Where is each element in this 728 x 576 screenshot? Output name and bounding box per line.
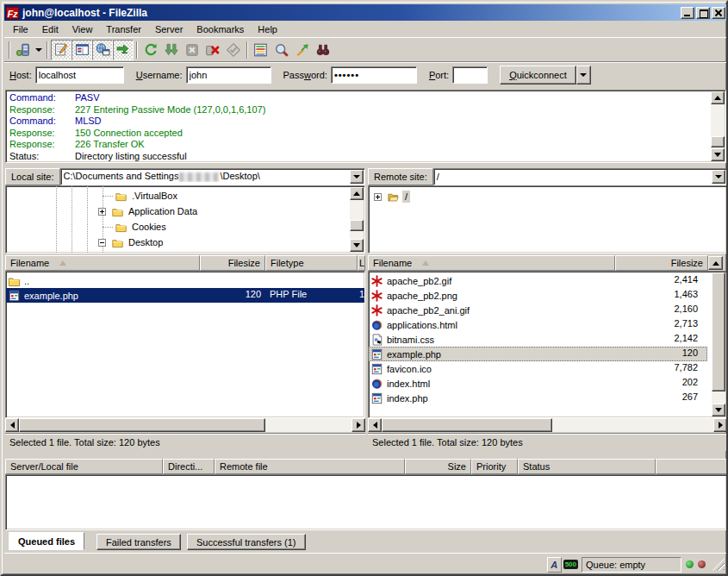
file-row-selected[interactable]: example.php 120 [369,347,707,361]
local-path-dropdown[interactable] [350,170,364,184]
maximize-button[interactable] [696,7,710,19]
menu-bookmarks[interactable]: Bookmarks [190,22,251,36]
file-row[interactable]: index.php 267 [369,391,726,405]
username-input[interactable] [186,66,271,84]
scroll-up-button[interactable] [711,91,725,104]
local-tree-scrollbar[interactable] [350,187,364,252]
reconnect-button[interactable] [223,40,244,60]
tab-queued-files[interactable]: Queued files [9,532,84,550]
message-log[interactable]: Command:PASV Response:227 Entering Passi… [5,90,726,163]
scroll-right-button[interactable] [713,418,727,432]
tab-failed-transfers[interactable]: Failed transfers [96,534,181,550]
tree-item-application-data[interactable]: Application Data [6,203,364,219]
column-header-filesize[interactable]: Filesize [200,255,265,271]
local-directory-tree[interactable]: .VirtualBox Application Data Cookies Des… [5,185,365,254]
expand-plus-icon[interactable] [374,193,382,201]
column-header-filetype[interactable]: Filetype [265,255,358,271]
scroll-left-button[interactable] [368,418,382,432]
menu-file[interactable]: File [6,22,35,36]
column-header-filesize[interactable]: Filesize [615,255,708,271]
local-file-list[interactable]: .. example.php 120 PHP File 1 [5,271,365,418]
host-input[interactable] [35,66,124,84]
site-manager-dropdown[interactable] [34,40,44,60]
expand-plus-icon[interactable] [98,208,106,216]
scrollbar-thumb[interactable] [350,220,364,231]
menu-help[interactable]: Help [251,22,284,36]
disconnect-button[interactable] [202,40,223,60]
scroll-up-button[interactable] [708,256,723,270]
menu-view[interactable]: View [65,22,100,36]
menu-edit[interactable]: Edit [35,22,65,36]
file-row[interactable]: applications.html 2,713 [369,317,726,332]
quickconnect-dropdown[interactable] [576,66,591,85]
column-header-filename[interactable]: Filename [368,255,615,271]
toggle-local-tree-button[interactable] [72,40,92,60]
remote-directory-tree[interactable]: / [368,185,727,254]
column-header-filename[interactable]: Filename [5,255,200,271]
menu-server[interactable]: Server [148,22,190,36]
process-queue-button[interactable] [161,40,182,60]
tab-successful-transfers[interactable]: Successful transfers (1) [187,534,306,550]
local-hscrollbar[interactable] [5,418,365,432]
refresh-button[interactable] [140,40,161,60]
scrollbar-thumb[interactable] [711,136,725,147]
remote-path-combobox[interactable]: / [433,168,727,185]
toggle-log-button[interactable] [51,40,72,60]
scrollbar-thumb[interactable] [19,418,265,432]
file-row[interactable]: bitnami.css 2,142 [369,332,726,347]
tree-item-virtualbox[interactable]: .VirtualBox [6,188,364,203]
tree-item-desktop[interactable]: Desktop [6,235,364,250]
remote-path-dropdown[interactable] [712,170,725,184]
quickconnect-bar: Host: Username: Password: Port: Quickcon… [4,61,727,88]
collapse-minus-icon[interactable] [98,239,106,247]
toggle-remote-tree-button[interactable] [92,40,113,60]
column-header-priority[interactable]: Priority [471,459,518,474]
column-header-size[interactable]: Size [405,459,471,474]
tree-item-root[interactable]: / [369,189,726,204]
log-scrollbar[interactable] [711,91,725,161]
minimize-button[interactable] [681,7,694,19]
file-row-selected[interactable]: example.php 120 PHP File 1 [6,288,364,303]
activity-led-red-icon [698,560,706,568]
title-bar[interactable]: Fz john@localhost - FileZilla [4,4,727,21]
scroll-up-button[interactable] [350,187,364,200]
remote-file-list[interactable]: apache_pb2.gif 2,414 apache_pb2.png 1,46… [368,271,727,418]
scrollbar-thumb[interactable] [712,272,725,391]
filter-button[interactable] [313,40,333,60]
menu-transfer[interactable]: Transfer [99,22,148,36]
file-row[interactable]: apache_pb2.png 1,463 [369,288,726,303]
remote-hscrollbar[interactable] [368,418,727,432]
file-row[interactable]: apache_pb2.gif 2,414 [369,273,726,288]
remote-list-scrollbar[interactable] [712,272,725,416]
site-manager-button[interactable] [13,40,34,60]
scroll-down-button[interactable] [711,148,725,161]
toggle-queue-button[interactable] [113,40,134,60]
file-row[interactable]: index.html 202 [369,376,726,391]
file-row-parent[interactable]: .. [6,273,364,288]
port-input[interactable] [452,66,488,84]
scrollbar-thumb[interactable] [382,418,552,432]
column-header-status[interactable]: Status [518,459,656,474]
tree-item-cookies[interactable]: Cookies [6,219,364,235]
quickconnect-button[interactable]: Quickconnect [500,66,576,85]
cancel-button[interactable] [182,40,202,60]
column-header-remote-file[interactable]: Remote file [215,459,405,474]
queue-list[interactable] [5,474,727,530]
sync-browsing-button[interactable] [292,40,313,60]
scroll-down-button[interactable] [350,239,364,252]
scroll-left-button[interactable] [5,418,19,432]
column-header-modified[interactable]: L [358,255,365,271]
compare-button[interactable] [251,40,271,60]
file-row[interactable]: apache_pb2_ani.gif 2,160 [369,303,726,317]
find-files-button[interactable] [271,40,292,60]
scroll-right-button[interactable] [352,418,365,432]
column-header-direction[interactable]: Directi... [163,459,215,474]
redacted-username [179,172,219,182]
file-row[interactable]: favicon.ico 7,782 [369,361,726,376]
password-input[interactable] [331,66,417,84]
column-header-server-local-file[interactable]: Server/Local file [5,459,163,474]
resize-grip[interactable] [712,559,725,571]
scroll-down-button[interactable] [712,404,725,416]
local-path-combobox[interactable]: C:\Documents and Settings\Desktop\ [60,168,365,185]
close-button[interactable] [712,7,725,19]
